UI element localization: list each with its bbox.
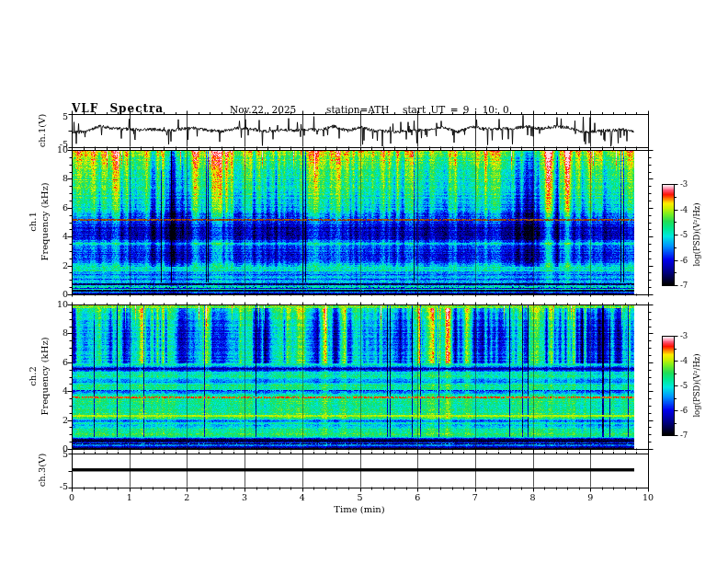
colorbar1-tick-label: -4 [680, 205, 688, 213]
time-tick-label: 3 [242, 493, 247, 502]
ch2-freq-tick-label: 10 [57, 300, 68, 309]
colorbar1-tick-label: -7 [680, 282, 688, 290]
time-tick-label: 4 [300, 493, 305, 502]
time-tick-label: 9 [587, 493, 593, 502]
colorbar2-tick-label: -7 [680, 431, 688, 440]
ch2-freq-tick-label: 2 [63, 416, 68, 425]
header-start-ut: start UT = 9 : 10: 0 [403, 105, 509, 115]
colorbar2-tick-label: -5 [680, 382, 688, 390]
header-station: station=ATH [326, 105, 390, 115]
ch1-freq-tick-label: 4 [63, 232, 68, 241]
colorbar2-tick-label: -6 [680, 407, 688, 415]
ch1-freq-tick-label: 8 [63, 175, 68, 184]
page-title: VLF Spectra [72, 103, 164, 114]
ch1-freq-tick-label: 10 [57, 145, 68, 155]
ch2-freq-tick-label: 4 [63, 386, 68, 396]
ch1-voltage-tick-5: 5 [63, 112, 68, 121]
time-tick-label: 8 [530, 493, 536, 502]
colorbar2-label: log(PSD)(V²/Hz) [693, 353, 701, 417]
colorbar1-label: log(PSD)(V²/Hz) [693, 202, 701, 266]
colorbar2-tick-label: -3 [680, 332, 688, 340]
colorbar1-tick-label: -5 [680, 231, 688, 239]
ch1-spectrogram-ylabel-channel: ch.1 [28, 212, 38, 232]
ch1-freq-tick-label: 0 [63, 290, 68, 299]
time-axis-label: Time (min) [334, 505, 384, 514]
time-tick-label: 10 [643, 493, 654, 502]
colorbar1-tick-label: -6 [680, 256, 688, 264]
ch1-voltage-ylabel: ch.1(V) [38, 114, 47, 148]
vlf-spectra-screen: VLF Spectra Nov.22, 2025 station=ATH sta… [0, 0, 728, 563]
header-date: Nov.22, 2025 [230, 105, 296, 115]
ch2-freq-tick-label: 8 [63, 329, 68, 339]
colorbar2-tick-label: -4 [680, 357, 688, 365]
time-tick-label: 5 [357, 493, 362, 502]
ch3-voltage-ylabel: ch.3(V) [38, 454, 47, 488]
ch2-freq-tick-label: 0 [63, 444, 68, 454]
plots-canvas [0, 0, 728, 563]
ch2-freq-tick-label: 6 [63, 358, 68, 367]
ch1-freq-tick-label: 6 [63, 203, 68, 213]
colorbar1-tick-label: -3 [680, 180, 688, 189]
ch3-voltage-tick-minus5: -5 [60, 482, 68, 491]
ch1-freq-tick-label: 2 [63, 261, 68, 270]
time-tick-label: 6 [415, 493, 420, 502]
time-tick-label: 0 [69, 493, 74, 502]
ch1-spectrogram-ylabel-frequency: Frequency (kHz) [40, 182, 50, 260]
ch2-spectrogram-ylabel-frequency: Frequency (kHz) [40, 337, 50, 415]
time-tick-label: 1 [127, 493, 132, 502]
ch2-spectrogram-ylabel-channel: ch.2 [28, 366, 38, 386]
time-tick-label: 7 [472, 493, 478, 502]
time-tick-label: 2 [184, 493, 189, 502]
